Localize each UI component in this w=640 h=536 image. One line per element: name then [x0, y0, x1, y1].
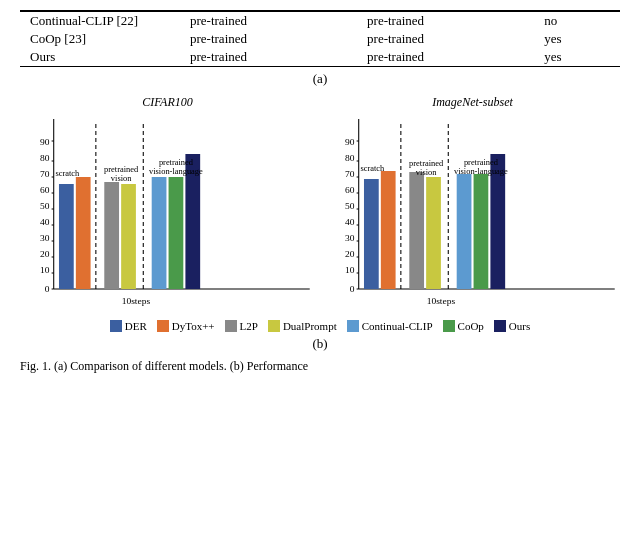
svg-text:30: 30 [345, 233, 355, 243]
table-cell-col1-2: pre-trained [180, 30, 357, 48]
svg-text:80: 80 [345, 153, 355, 163]
legend-label-ours: Ours [509, 320, 530, 332]
legend-item-dytox: DyTox++ [157, 320, 215, 332]
cifar100-title: CIFAR100 [142, 95, 192, 110]
legend-item-coop: CoOp [443, 320, 484, 332]
table-cell-name-3: Ours [20, 48, 180, 67]
cifar100-chart-area: 0 10 20 30 40 50 60 [20, 114, 315, 314]
svg-text:40: 40 [40, 217, 50, 227]
legend-label-l2p: L2P [240, 320, 258, 332]
imagenet-chart-container: ImageNet-subset 0 10 20 30 40 50 [325, 95, 620, 314]
svg-text:90: 90 [345, 137, 355, 147]
table-cell-col2-3: pre-trained [357, 48, 534, 67]
svg-rect-25 [104, 182, 119, 289]
svg-text:50: 50 [345, 201, 355, 211]
svg-text:pretrained: pretrained [104, 165, 138, 174]
legend-item-ours: Ours [494, 320, 530, 332]
table-cell-name-1: Continual-CLIP [22] [20, 11, 180, 30]
legend-label-continual-clip: Continual-CLIP [362, 320, 433, 332]
svg-text:50: 50 [40, 201, 50, 211]
table-cell-col2-2: pre-trained [357, 30, 534, 48]
svg-rect-60 [381, 171, 396, 289]
svg-rect-64 [426, 177, 441, 289]
svg-rect-23 [76, 177, 91, 289]
svg-rect-59 [364, 179, 379, 289]
table-cell-name-2: CoOp [23] [20, 30, 180, 48]
legend-color-dualprompt [268, 320, 280, 332]
cifar100-svg: 0 10 20 30 40 50 60 [20, 114, 315, 314]
comparison-table: Continual-CLIP [22] pre-trained pre-trai… [20, 10, 620, 67]
table-cell-col3-2: yes [534, 30, 620, 48]
legend-label-dytox: DyTox++ [172, 320, 215, 332]
svg-text:pretrained: pretrained [409, 159, 443, 168]
svg-rect-68 [457, 174, 472, 289]
fig-caption: Fig. 1. (a) Comparison of different mode… [20, 358, 620, 375]
svg-text:vision: vision [416, 168, 437, 177]
svg-text:0: 0 [45, 284, 50, 294]
svg-rect-32 [169, 177, 184, 289]
legend-color-l2p [225, 320, 237, 332]
svg-text:scratch: scratch [55, 169, 79, 178]
svg-text:70: 70 [40, 169, 50, 179]
svg-text:pretrained: pretrained [464, 158, 498, 167]
table-row-coop: CoOp [23] pre-trained pre-trained yes [20, 30, 620, 48]
legend-color-dytox [157, 320, 169, 332]
svg-text:70: 70 [345, 169, 355, 179]
table-cell-col3-1: no [534, 11, 620, 30]
legend-color-coop [443, 320, 455, 332]
caption-b: (b) [20, 336, 620, 352]
svg-rect-22 [59, 184, 74, 289]
legend-color-ours [494, 320, 506, 332]
legend-item-l2p: L2P [225, 320, 258, 332]
table-cell-col1-1: pre-trained [180, 11, 357, 30]
legend-label-dualprompt: DualPrompt [283, 320, 337, 332]
charts-row: CIFAR100 0 10 20 30 4 [20, 95, 620, 314]
svg-text:10: 10 [345, 265, 355, 275]
svg-text:scratch: scratch [360, 164, 384, 173]
svg-rect-26 [121, 184, 136, 289]
svg-text:10steps: 10steps [427, 296, 456, 306]
chart-legend: DER DyTox++ L2P DualPrompt Continual-CLI… [20, 320, 620, 332]
svg-text:10: 10 [40, 265, 50, 275]
legend-color-continual-clip [347, 320, 359, 332]
legend-item-der: DER [110, 320, 147, 332]
legend-item-dualprompt: DualPrompt [268, 320, 337, 332]
table-section: Continual-CLIP [22] pre-trained pre-trai… [20, 10, 620, 87]
legend-item-continual-clip: Continual-CLIP [347, 320, 433, 332]
svg-text:60: 60 [345, 185, 355, 195]
svg-text:10steps: 10steps [122, 296, 151, 306]
svg-rect-63 [409, 172, 424, 289]
svg-text:vision: vision [111, 174, 132, 183]
caption-a: (a) [20, 71, 620, 87]
svg-text:pretrained: pretrained [159, 158, 193, 167]
imagenet-svg: 0 10 20 30 40 50 60 70 80 90 [325, 114, 620, 314]
table-cell-col3-3: yes [534, 48, 620, 67]
svg-text:vision-language: vision-language [454, 167, 508, 176]
imagenet-chart-area: 0 10 20 30 40 50 60 70 80 90 [325, 114, 620, 314]
legend-label-coop: CoOp [458, 320, 484, 332]
legend-color-der [110, 320, 122, 332]
table-row-ours: Ours pre-trained pre-trained yes [20, 48, 620, 67]
table-cell-col2-1: pre-trained [357, 11, 534, 30]
svg-text:20: 20 [40, 249, 50, 259]
svg-text:90: 90 [40, 137, 50, 147]
svg-text:60: 60 [40, 185, 50, 195]
svg-rect-69 [474, 174, 489, 289]
svg-text:0: 0 [350, 284, 355, 294]
svg-text:80: 80 [40, 153, 50, 163]
svg-text:vision-language: vision-language [149, 167, 203, 176]
imagenet-title: ImageNet-subset [432, 95, 513, 110]
svg-rect-31 [152, 177, 167, 289]
table-cell-col1-3: pre-trained [180, 48, 357, 67]
legend-label-der: DER [125, 320, 147, 332]
svg-text:20: 20 [345, 249, 355, 259]
table-row-continual-clip: Continual-CLIP [22] pre-trained pre-trai… [20, 11, 620, 30]
cifar100-chart-container: CIFAR100 0 10 20 30 4 [20, 95, 315, 314]
svg-text:40: 40 [345, 217, 355, 227]
svg-text:30: 30 [40, 233, 50, 243]
